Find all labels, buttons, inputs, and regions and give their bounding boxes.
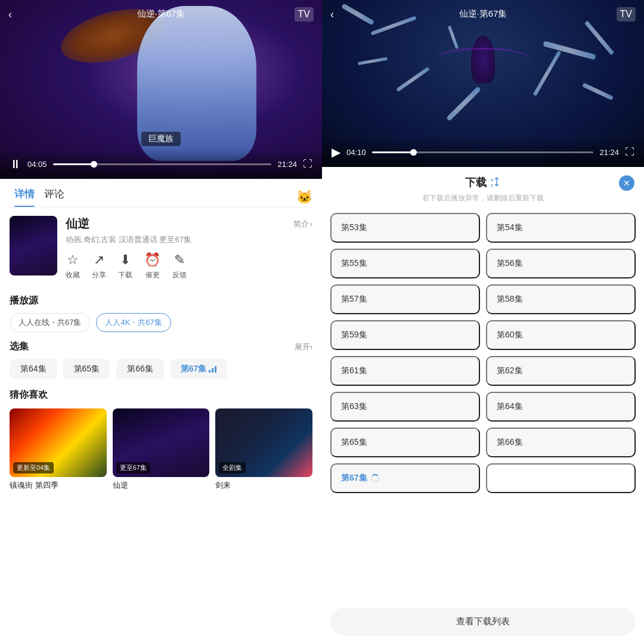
progress-bar-right[interactable]: [372, 151, 594, 153]
dl-ep-65[interactable]: 第65集: [330, 428, 480, 457]
back-button-left[interactable]: ‹: [8, 8, 12, 21]
action-remind[interactable]: ⏰ 催更: [144, 252, 160, 280]
dl-ep-62[interactable]: 第62集: [486, 356, 636, 386]
video-player-left[interactable]: 巨魔族 ‹ 仙逆·第67集 TV ⏸ 04:05 21:24 ⛶: [0, 0, 322, 179]
reco-badge-1: 更至67集: [116, 462, 150, 473]
recommendations-title: 猜你喜欢: [10, 389, 312, 401]
fullscreen-button-right[interactable]: ⛶: [625, 147, 634, 157]
show-intro-link[interactable]: 简介 ›: [293, 219, 312, 230]
source-4k[interactable]: 人人4K・共67集: [96, 313, 171, 332]
recommendations-grid: 更新至04集 镇魂街 第四季 更至67集 仙逆 全剧集 剑来: [10, 408, 312, 491]
dl-ep-66[interactable]: 第66集: [486, 428, 636, 457]
episodes-grid: 第64集 第65集 第66集 第67集: [10, 359, 312, 379]
poster-title: 仙逆: [27, 267, 40, 272]
dl-ep-67[interactable]: 第67集: [330, 463, 480, 493]
progress-bar-left[interactable]: [53, 163, 272, 165]
reco-name-2: 剑来: [215, 480, 312, 491]
tab-comments[interactable]: 评论: [39, 187, 69, 207]
svg-text:A: A: [491, 178, 494, 182]
action-share[interactable]: ↗ 分享: [92, 252, 106, 280]
video-controls-left: ⏸ 04:05 21:24 ⛶: [0, 149, 322, 179]
download-spinner: [371, 474, 379, 482]
svg-text:Z: Z: [491, 184, 493, 187]
current-time-left: 04:05: [27, 160, 47, 169]
dl-ep-55[interactable]: 第55集: [330, 249, 480, 278]
download-header: 下载 A Z ✕: [322, 167, 644, 193]
action-collect[interactable]: ☆ 收藏: [66, 252, 80, 280]
dl-row-2: 第57集 第58集: [330, 284, 636, 314]
dl-row-5: 第63集 第64集: [330, 392, 636, 422]
tab-details[interactable]: 详情: [10, 187, 39, 207]
dl-row-6: 第65集 第66集: [330, 428, 636, 457]
bilibili-icon[interactable]: 🐱: [296, 190, 312, 205]
total-time-left: 21:24: [277, 160, 297, 169]
reco-badge-0: 更新至04集: [13, 462, 54, 473]
dl-ep-61[interactable]: 第61集: [330, 356, 480, 386]
dl-row-3: 第59集 第60集: [330, 320, 636, 350]
reco-thumb-2: 全剧集: [215, 408, 312, 477]
dl-row-1: 第55集 第56集: [330, 249, 636, 278]
close-button[interactable]: ✕: [619, 175, 634, 191]
show-details: 仙逆 简介 › 动画,奇幻,古装 汉语普通话 更至67集 ☆ 收藏 ↗ 分享: [66, 216, 312, 280]
reco-name-0: 镇魂街 第四季: [10, 480, 107, 491]
current-time-right: 04:10: [346, 148, 366, 157]
video-subtitle: 巨魔族: [141, 132, 181, 146]
dl-row-0: 第53集 第54集: [330, 213, 636, 243]
content-area-left: 详情 评论 🐱 仙逆 仙逆 简介 › 动画,奇幻,古装 汉语普通话 更至67集: [0, 179, 322, 644]
action-feedback[interactable]: ✎ 反馈: [172, 252, 187, 280]
video-player-right[interactable]: ‹ 仙逆·第67集 TV ▶ 04:10 21:24 ⛶: [322, 0, 644, 167]
video-title-right: 仙逆·第67集: [459, 8, 507, 20]
video-title-left: 仙逆·第67集: [137, 8, 185, 20]
dl-ep-59[interactable]: 第59集: [330, 320, 480, 350]
dl-ep-60[interactable]: 第60集: [486, 320, 636, 350]
show-title: 仙逆: [66, 216, 89, 232]
episode-button-67[interactable]: 第67集: [170, 359, 228, 379]
action-buttons: ☆ 收藏 ↗ 分享 ⬇ 下载 ⏰ 催更: [66, 252, 312, 280]
dl-ep-53[interactable]: 第53集: [330, 213, 480, 243]
total-time-right: 21:24: [599, 148, 619, 157]
download-subtitle: 若下载后播放异常，请删除后重新下载: [322, 193, 644, 209]
download-list: 第53集 第54集 第55集 第56集 第57集 第58集 第59集 第60集 …: [322, 209, 644, 602]
show-info-row: 仙逆 仙逆 简介 › 动画,奇幻,古装 汉语普通话 更至67集 ☆ 收藏: [10, 208, 312, 286]
expand-link[interactable]: 展开 ›: [295, 342, 312, 352]
episode-select-label: 选集: [10, 340, 29, 353]
sort-icon[interactable]: A Z: [490, 177, 501, 189]
reco-badge-2: 全剧集: [219, 462, 246, 473]
left-panel: 巨魔族 ‹ 仙逆·第67集 TV ⏸ 04:05 21:24 ⛶ 详情 评论 🐱: [0, 0, 322, 644]
dl-row-7: 第67集: [330, 463, 636, 493]
play-pause-button-left[interactable]: ⏸: [10, 158, 21, 170]
back-button-right[interactable]: ‹: [330, 8, 334, 21]
tv-cast-icon-left[interactable]: TV: [295, 7, 314, 21]
dl-ep-54[interactable]: 第54集: [486, 213, 636, 243]
video-controls-right: ▶ 04:10 21:24 ⛶: [322, 137, 644, 167]
dl-row-4: 第61集 第62集: [330, 356, 636, 386]
reco-item-0[interactable]: 更新至04集 镇魂街 第四季: [10, 408, 107, 491]
sources-label: 播放源: [10, 295, 312, 307]
reco-thumb-1: 更至67集: [113, 408, 210, 477]
show-meta: 动画,奇幻,古装 汉语普通话 更至67集: [66, 234, 312, 245]
show-poster: 仙逆: [10, 216, 57, 275]
sources-row: 人人在线・共67集 人人4K・共67集: [10, 313, 312, 332]
download-panel: 下载 A Z ✕ 若下载后播放异常，请删除后重新下载 第53集 第54集: [322, 167, 644, 644]
dl-ep-64[interactable]: 第64集: [486, 392, 636, 422]
episode-button-64[interactable]: 第64集: [10, 359, 57, 379]
view-download-list-button[interactable]: 查看下载列表: [330, 608, 636, 636]
play-pause-button-right[interactable]: ▶: [332, 146, 340, 158]
right-panel: ‹ 仙逆·第67集 TV ▶ 04:10 21:24 ⛶ 下载 A Z: [322, 0, 644, 644]
download-title: 下载 A Z: [465, 175, 501, 190]
dl-ep-58[interactable]: 第58集: [486, 284, 636, 314]
reco-item-2[interactable]: 全剧集 剑来: [215, 408, 312, 491]
dl-ep-56[interactable]: 第56集: [486, 249, 636, 278]
episode-button-65[interactable]: 第65集: [63, 359, 111, 379]
reco-item-1[interactable]: 更至67集 仙逆: [113, 408, 210, 491]
reco-thumb-0: 更新至04集: [10, 408, 107, 477]
dl-ep-57[interactable]: 第57集: [330, 284, 480, 314]
fullscreen-button-left[interactable]: ⛶: [303, 159, 312, 169]
source-online[interactable]: 人人在线・共67集: [10, 313, 90, 332]
tv-cast-icon-right[interactable]: TV: [617, 7, 636, 21]
episode-button-66[interactable]: 第66集: [116, 359, 164, 379]
action-download[interactable]: ⬇ 下载: [118, 252, 132, 280]
reco-name-1: 仙逆: [113, 480, 210, 491]
tabs-row: 详情 评论 🐱: [10, 179, 312, 208]
dl-ep-63[interactable]: 第63集: [330, 392, 480, 422]
